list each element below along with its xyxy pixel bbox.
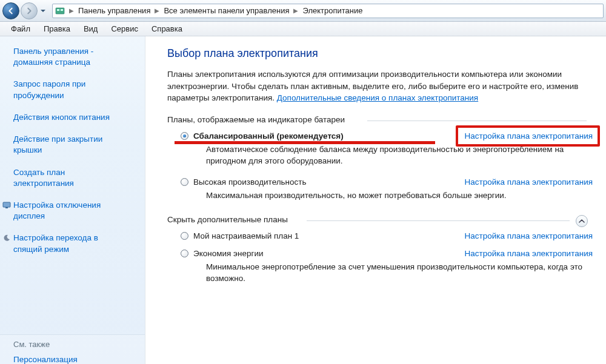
sidebar-home-link[interactable]: Панель управления - домашняя страница (13, 46, 138, 68)
menu-view[interactable]: Вид (78, 23, 104, 35)
plan-high-performance: Высокая производительность Настройка пла… (181, 177, 593, 202)
group-divider (367, 121, 587, 121)
content-area: Выбор плана электропитания Планы электро… (145, 36, 606, 364)
radio-high-performance[interactable] (181, 178, 188, 186)
plan-power-saver: Экономия энергии Настройка плана электро… (181, 249, 593, 285)
plan-custom-1: Мой настраиваемый план 1 Настройка плана… (181, 231, 593, 240)
sidebar-label: Запрос пароля при (13, 79, 85, 88)
sidebar-label: электропитания (13, 179, 74, 188)
group-legend: Планы, отображаемые на индикаторе батаре… (167, 115, 350, 124)
intro-text: Планы электропитания используются для оп… (167, 68, 593, 104)
sidebar-label: Создать план (13, 168, 65, 177)
sidebar-label: спящий режим (13, 245, 69, 254)
moon-icon (2, 234, 11, 242)
sidebar-sleep-mode[interactable]: Настройка перехода в спящий режим (13, 233, 138, 254)
collapse-button[interactable] (576, 215, 588, 227)
control-panel-icon (55, 6, 65, 16)
plan-description: Максимальная производительность, но може… (206, 190, 593, 202)
menu-help[interactable]: Справка (145, 23, 188, 35)
radio-balanced[interactable] (181, 132, 188, 140)
nav-toolbar: ▶ Панель управления ▶ Все элементы панел… (0, 0, 606, 22)
red-underline-annotation (175, 141, 435, 144)
personalization-link[interactable]: Персонализация (13, 355, 138, 364)
plan-description: Минимальное энергопотребление за счет ум… (206, 262, 593, 285)
svg-rect-3 (3, 202, 10, 207)
plan-description: Автоматическое соблюдение баланса между … (206, 144, 593, 167)
sidebar: Панель управления - домашняя страница За… (0, 36, 145, 364)
menu-bar: Файл Правка Вид Сервис Справка (0, 22, 606, 36)
svg-rect-1 (57, 9, 59, 11)
sidebar-create-plan[interactable]: Создать план электропитания (13, 167, 138, 189)
configure-plan-link[interactable]: Настройка плана электропитания (464, 231, 593, 240)
menu-file[interactable]: Файл (5, 23, 36, 35)
breadcrumb-item[interactable]: Электропитание (302, 6, 362, 15)
plan-name[interactable]: Высокая производительность (193, 177, 307, 187)
configure-plan-link[interactable]: Настройка плана электропитания (464, 249, 593, 258)
menu-edit[interactable]: Правка (38, 23, 76, 35)
sidebar-label: Панель управления - (13, 47, 93, 56)
sidebar-power-buttons[interactable]: Действия кнопок питания (13, 112, 138, 123)
intro-help-link[interactable]: Дополнительные сведения о планах электро… (277, 93, 478, 102)
history-dropdown[interactable] (39, 5, 47, 17)
radio-power-saver[interactable] (181, 250, 188, 257)
svg-rect-4 (5, 207, 8, 208)
sidebar-label: пробуждении (13, 91, 64, 100)
battery-plans-group: Планы, отображаемые на индикаторе батаре… (167, 115, 593, 202)
breadcrumb-item[interactable]: Все элементы панели управления (164, 6, 289, 15)
configure-plan-link[interactable]: Настройка плана электропитания (464, 131, 593, 141)
sidebar-lid-close[interactable]: Действие при закрытии крышки (13, 134, 138, 156)
sidebar-label: домашняя страница (13, 58, 90, 67)
chevron-right-icon: ▶ (68, 7, 75, 14)
plan-name[interactable]: Сбалансированный (рекомендуется) (193, 131, 344, 141)
radio-custom-1[interactable] (181, 232, 188, 240)
additional-plans-group: Скрыть дополнительные планы Мой настраив… (167, 215, 593, 285)
sidebar-label: Действие при закрытии (13, 134, 102, 144)
page-title: Выбор плана электропитания (167, 47, 593, 60)
display-icon (2, 201, 11, 210)
address-bar[interactable]: ▶ Панель управления ▶ Все элементы панел… (52, 4, 604, 18)
main-area: Панель управления - домашняя страница За… (0, 36, 606, 364)
sidebar-label: Действия кнопок питания (13, 113, 110, 122)
plan-name[interactable]: Экономия энергии (193, 249, 263, 258)
sidebar-label: Настройка отключения (13, 200, 101, 210)
sidebar-label: крышки (13, 145, 42, 154)
configure-plan-link[interactable]: Настройка плана электропитания (464, 177, 593, 187)
sidebar-label: дисплея (13, 211, 45, 220)
plan-balanced: Сбалансированный (рекомендуется) Настрой… (181, 131, 593, 167)
chevron-right-icon: ▶ (293, 7, 299, 14)
chevron-right-icon: ▶ (154, 7, 160, 14)
see-also-heading: См. также (13, 340, 138, 349)
sidebar-footer: См. также Персонализация (0, 334, 145, 364)
group-divider (307, 220, 570, 221)
plan-name[interactable]: Мой настраиваемый план 1 (193, 231, 299, 240)
group-legend[interactable]: Скрыть дополнительные планы (167, 215, 293, 224)
menu-service[interactable]: Сервис (105, 23, 144, 35)
back-button[interactable] (2, 2, 19, 19)
breadcrumb-item[interactable]: Панель управления (78, 6, 150, 15)
sidebar-display-off[interactable]: Настройка отключения дисплея (13, 200, 138, 222)
svg-rect-2 (61, 9, 63, 11)
forward-button[interactable] (21, 2, 38, 19)
sidebar-label: Настройка перехода в (13, 233, 98, 242)
sidebar-password-wake[interactable]: Запрос пароля при пробуждении (13, 79, 138, 101)
